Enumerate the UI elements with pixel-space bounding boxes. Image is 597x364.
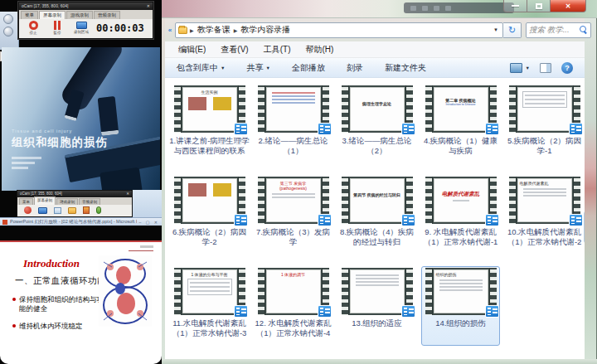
navigation-chevrons-icon[interactable]: « [165, 27, 175, 34]
background-window-fragment [133, 190, 162, 217]
video-overlay-icon [234, 214, 248, 226]
search-icon[interactable] [580, 26, 588, 34]
tab-game-record[interactable]: 游戏录制 [56, 198, 78, 205]
file-item[interactable]: 6.疾病概论（2）病因学-2 [168, 175, 250, 266]
back-button-icon[interactable] [3, 14, 13, 24]
powerpoint-window-title: PowerPoint 幻灯片放映 - [02 绪论与水钠代谢.pptx] - M… [10, 219, 137, 225]
powerpoint-icon [2, 220, 7, 225]
file-item[interactable]: 2.绪论——病生总论（1） [252, 84, 334, 175]
chevron-right-icon[interactable]: ▶ [190, 27, 194, 33]
chevron-right-icon[interactable]: ▶ [234, 27, 238, 33]
window-controls[interactable]: – ▢ ✕ [139, 220, 159, 225]
stop-button[interactable]: 停止 [24, 21, 42, 35]
slide-header-decoration [129, 245, 153, 251]
file-item[interactable]: 电解质代谢紊乱 9. 水电解质代谢紊乱（1）正常水钠代谢-1 [420, 175, 502, 266]
address-dropdown-icon[interactable]: ▼ [493, 27, 500, 32]
slide-heading: 一、正常血液循环功能 [15, 275, 106, 287]
file-name: 1.讲课之前-病理生理学与西医课程间的联系 [168, 136, 250, 155]
menu-tools[interactable]: 工具(T) [256, 44, 298, 56]
include-in-library-button[interactable]: 包含到库中 [177, 62, 218, 74]
tab-menu[interactable]: 菜单 [21, 11, 38, 19]
refresh-button[interactable]: ↻ [503, 22, 522, 38]
file-item[interactable]: 电解质代谢紊乱 10.水电解质代谢紊乱（1）正常水钠代谢-2 [503, 175, 585, 266]
presentation-slide-introduction: Introduction 一、正常血液循环功能 保持细胞和组织的结构与功能的健全… [0, 240, 162, 364]
tab-audio-record[interactable]: 音频录制 [79, 198, 100, 205]
video-overlay-icon [569, 123, 583, 135]
video-overlay-icon [401, 123, 415, 135]
share-button[interactable]: 共享 [246, 62, 263, 74]
dropdown-icon[interactable]: ▼ [265, 66, 269, 70]
folder-icon [178, 27, 187, 34]
maximize-button[interactable] [527, 0, 550, 12]
video-overlay-icon [234, 305, 248, 318]
change-view-icon[interactable] [510, 63, 522, 73]
close-button[interactable]: ✕ [550, 0, 586, 12]
record-area-button[interactable]: 录制区域 [72, 22, 90, 34]
tab-game-record[interactable]: 游戏录制 [66, 11, 93, 19]
search-box[interactable]: 搜索 教学... [526, 22, 591, 38]
monitor-icon[interactable] [38, 207, 47, 214]
address-bar[interactable]: ▶ 教学备课 ▶ 教学内容录播 ▼ [175, 22, 503, 38]
file-item[interactable]: 1 体液的分布与平衡 11.水电解质代谢紊乱（1）正常水钠代谢-3 [168, 266, 250, 357]
video-overlay-icon [401, 214, 415, 226]
file-item[interactable]: 13.组织的适应 [336, 266, 418, 357]
tab-audio-record[interactable]: 音频录制 [94, 11, 120, 19]
window-titlebar[interactable]: ✕ [162, 0, 597, 18]
open-folder-icon[interactable] [68, 207, 76, 214]
tab-menu[interactable]: 菜单 [19, 198, 33, 205]
slide-smalltext-lines [12, 157, 108, 169]
video-overlay-icon [485, 305, 499, 318]
file-name: 6.疾病概论（2）病因学-2 [168, 227, 250, 246]
forward-button-icon[interactable] [3, 27, 13, 36]
file-item[interactable]: 第四节 疾病的经过与转归 8.疾病概论（4）疾病的经过与转归 [336, 175, 418, 266]
minimize-button[interactable] [503, 0, 527, 12]
help-icon[interactable]: ? [561, 62, 573, 74]
slide-bullet: 维持机体内环境稳定 [12, 322, 104, 331]
pause-button[interactable]: 暂停 [48, 21, 66, 35]
ocam-recorder-window-2: oCam [17, 355, 800, 604] ✕ 菜单 屏幕录制 游戏录制 … [17, 190, 133, 217]
menu-view[interactable]: 查看(V) [213, 44, 255, 56]
record-icon[interactable] [24, 206, 32, 214]
recorder-titlebar[interactable]: oCam [17, 355, 800, 604] ✕ [19, 2, 153, 10]
file-name: 11.水电解质代谢紊乱（1）正常水钠代谢-3 [168, 318, 250, 337]
file-item[interactable]: 第二章 疾病概论Introduction to Disease 4.疾病概论（1… [420, 84, 502, 175]
file-item[interactable]: 5.疾病概论（2）病因学-1 [503, 84, 585, 175]
collapse-panel-button[interactable]: < [584, 211, 585, 243]
recording-timer: 00:00:03 [96, 22, 144, 34]
dropdown-icon[interactable]: ▼ [526, 66, 530, 70]
preview-pane-icon[interactable] [540, 63, 551, 73]
burn-button[interactable]: 刻录 [347, 62, 363, 74]
file-item-selected[interactable]: 组织的损伤 14.组织的损伤 [420, 266, 502, 357]
tab-screen-record[interactable]: 屏幕录制 [34, 197, 56, 205]
close-icon[interactable]: ✕ [147, 2, 150, 10]
screenshot-icon[interactable] [54, 207, 61, 214]
explorer-window: ✕ « ▶ 教学备课 ▶ 教学内容录播 ▼ ↻ 搜索 教学... 编 [162, 0, 597, 364]
video-overlay-icon [318, 214, 332, 226]
menu-edit[interactable]: 编辑(E) [171, 44, 213, 56]
file-item[interactable]: 1 体液的调节 12. 水电解质代谢紊乱（1）正常水钠代谢-4 [252, 266, 334, 357]
new-folder-button[interactable]: 新建文件夹 [385, 62, 426, 74]
ocam-recorder-window-1: oCam [17, 355, 800, 604] ✕ 菜单 屏幕录制 游戏录制 … [18, 2, 153, 39]
powerpoint-titlebar[interactable]: PowerPoint 幻灯片放映 - [02 绪论与水钠代谢.pptx] - M… [0, 217, 162, 226]
file-item[interactable]: 病理生理学总论 3.绪论——病生总论（2） [336, 84, 418, 175]
close-icon[interactable]: ✕ [126, 191, 129, 197]
file-item[interactable]: 生活实例 1.讲课之前-病理生理学与西医课程间的联系 [168, 84, 250, 175]
file-name: 7.疾病概论（3）发病学 [252, 227, 334, 246]
window-border [585, 18, 597, 359]
breadcrumb-item[interactable]: 教学备课 [197, 24, 231, 36]
microphone-icon[interactable] [96, 206, 101, 214]
play-all-button[interactable]: 全部播放 [292, 62, 325, 74]
close-icon: ✕ [565, 2, 571, 10]
file-item[interactable]: 第三节 发病学(pathogenesis) 7.疾病概论（3）发病学 [252, 175, 334, 266]
stop-icon [29, 21, 38, 30]
menu-help[interactable]: 帮助(H) [298, 44, 341, 56]
dropdown-icon[interactable]: ▼ [221, 66, 225, 70]
window-controls: ✕ [503, 0, 586, 12]
window-border [162, 359, 597, 364]
tab-screen-record[interactable]: 屏幕录制 [39, 11, 66, 19]
recorder-controls: 停止 暂停 录制区域 00:00:03 [19, 19, 153, 35]
floating-toolbar-overlay [404, 2, 514, 13]
slide-title-block: Tissue and cell injury 组织和细胞的损伤 [12, 129, 108, 172]
codec-icon[interactable] [83, 206, 90, 214]
breadcrumb-item[interactable]: 教学内容录播 [240, 24, 291, 36]
